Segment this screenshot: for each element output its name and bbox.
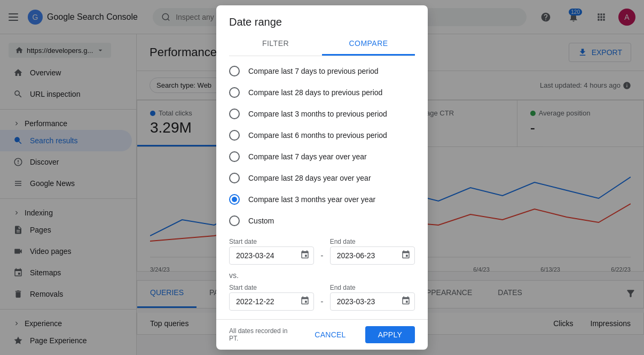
footer-note: All dates recorded in PT. <box>229 327 295 342</box>
date-range-modal: Date range FILTER COMPARE Compare last 7… <box>216 5 428 350</box>
vs-label: vs. <box>216 269 428 282</box>
radio-circle-1 <box>229 66 240 76</box>
primary-date-row: Start date - End date <box>229 238 415 265</box>
radio-option-2[interactable]: Compare last 28 days to previous period <box>229 82 415 103</box>
vs-start-date-label: Start date <box>229 284 314 291</box>
vs-end-date-group: End date <box>330 284 415 311</box>
modal-tab-compare[interactable]: COMPARE <box>322 33 415 56</box>
end-date-group: End date <box>330 238 415 265</box>
date-separator-1: - <box>318 251 325 260</box>
end-date-calendar-icon[interactable] <box>401 250 411 261</box>
modal-title: Date range <box>216 5 428 33</box>
radio-option-4[interactable]: Compare last 6 months to previous period <box>229 125 415 146</box>
radio-circle-custom <box>229 215 240 226</box>
modal-body: Compare last 7 days to previous period C… <box>216 56 428 236</box>
start-date-wrapper <box>229 246 314 265</box>
vs-end-date-calendar-icon[interactable] <box>401 296 411 307</box>
modal-tabs: FILTER COMPARE <box>229 33 415 56</box>
modal-overlay[interactable]: Date range FILTER COMPARE Compare last 7… <box>0 0 644 355</box>
vs-start-date-calendar-icon[interactable] <box>300 296 310 307</box>
cancel-button[interactable]: CANCEL <box>302 326 358 343</box>
radio-circle-7 <box>229 194 240 205</box>
date-section-primary: Start date - End date <box>216 236 428 265</box>
radio-option-3[interactable]: Compare last 3 months to previous period <box>229 103 415 125</box>
radio-option-custom[interactable]: Custom <box>229 210 415 231</box>
end-date-wrapper <box>330 246 415 265</box>
vs-end-date-label: End date <box>330 284 415 291</box>
radio-circle-3 <box>229 109 240 119</box>
start-date-group: Start date <box>229 238 314 265</box>
radio-circle-4 <box>229 130 240 141</box>
vs-start-date-group: Start date <box>229 284 314 311</box>
apply-button[interactable]: APPLY <box>365 326 415 343</box>
start-date-calendar-icon[interactable] <box>300 250 310 261</box>
radio-circle-5 <box>229 151 240 162</box>
start-date-label: Start date <box>229 238 314 245</box>
radio-circle-6 <box>229 173 240 183</box>
date-section-vs: Start date - End date <box>216 282 428 319</box>
date-separator-2: - <box>318 297 325 306</box>
radio-circle-2 <box>229 87 240 98</box>
radio-option-5[interactable]: Compare last 7 days year over year <box>229 146 415 167</box>
vs-date-row: Start date - End date <box>229 284 415 311</box>
vs-end-date-wrapper <box>330 292 415 311</box>
modal-footer: All dates recorded in PT. CANCEL APPLY <box>216 319 428 350</box>
modal-tab-filter[interactable]: FILTER <box>229 33 322 56</box>
radio-option-1[interactable]: Compare last 7 days to previous period <box>229 60 415 82</box>
vs-start-date-wrapper <box>229 292 314 311</box>
radio-option-6[interactable]: Compare last 28 days year over year <box>229 167 415 189</box>
radio-option-7[interactable]: Compare last 3 months year over year <box>229 189 415 210</box>
end-date-label: End date <box>330 238 415 245</box>
